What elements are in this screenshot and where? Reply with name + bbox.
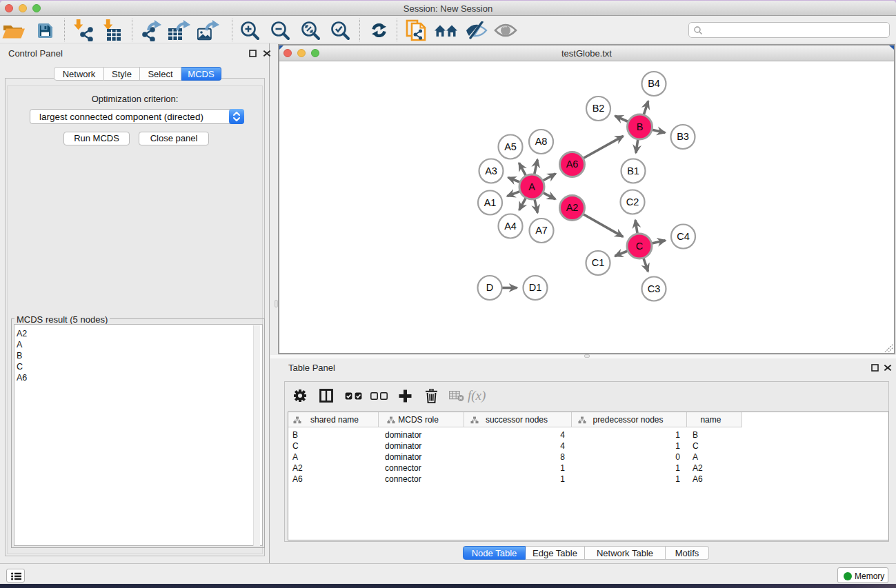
- svg-text:C: C: [636, 241, 643, 252]
- svg-text:B: B: [637, 121, 644, 132]
- svg-text:C2: C2: [626, 196, 639, 207]
- svg-text:A: A: [528, 181, 535, 192]
- svg-text:C4: C4: [677, 231, 690, 242]
- svg-text:A1: A1: [484, 197, 497, 208]
- svg-text:C3: C3: [648, 283, 661, 294]
- svg-text:D1: D1: [529, 282, 542, 293]
- svg-text:B4: B4: [648, 78, 660, 89]
- svg-text:A7: A7: [535, 225, 548, 236]
- svg-text:B3: B3: [677, 131, 689, 142]
- svg-text:C1: C1: [592, 257, 605, 268]
- svg-text:A2: A2: [566, 202, 579, 213]
- svg-text:A5: A5: [504, 141, 517, 152]
- svg-text:D: D: [486, 282, 493, 293]
- svg-text:A3: A3: [485, 165, 497, 176]
- svg-text:B2: B2: [593, 103, 605, 114]
- svg-text:A8: A8: [535, 136, 548, 147]
- svg-text:A6: A6: [566, 159, 579, 170]
- svg-text:A4: A4: [504, 221, 517, 232]
- svg-text:B1: B1: [627, 165, 639, 176]
